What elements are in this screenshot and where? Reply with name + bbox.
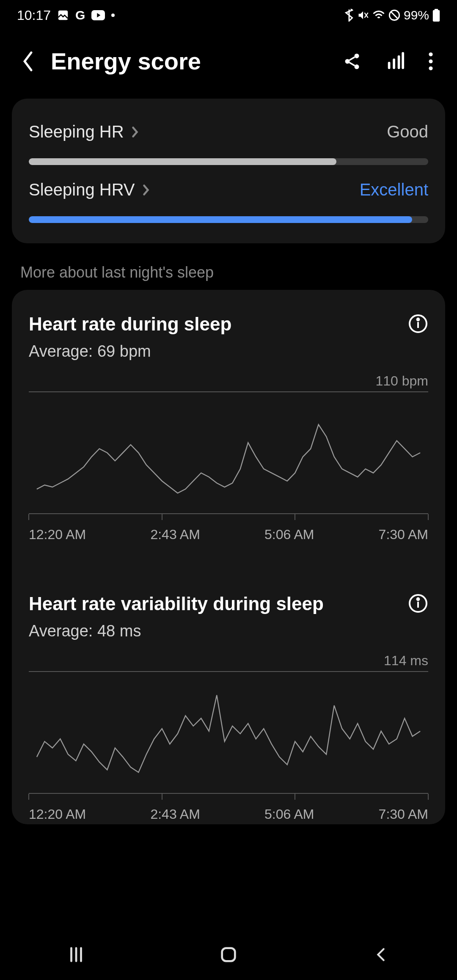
- svg-point-17: [429, 66, 432, 70]
- page-title: Energy score: [51, 47, 328, 75]
- metric-label: Sleeping HRV: [29, 180, 135, 199]
- hr-chart: [29, 391, 428, 514]
- hrv-chart-max: 114 ms: [29, 653, 428, 669]
- metric-row[interactable]: Sleeping HR Good: [12, 107, 445, 165]
- x-tick-label: 2:43 AM: [150, 807, 200, 824]
- progress-track: [29, 216, 428, 223]
- svg-point-10: [355, 64, 359, 69]
- back-button[interactable]: [20, 50, 36, 72]
- status-right: 99%: [344, 8, 440, 22]
- hrv-chart: [29, 671, 428, 794]
- nav-back-button[interactable]: [368, 945, 394, 964]
- x-tick-label: 5:06 AM: [264, 527, 314, 542]
- hr-x-tick-marks: [29, 514, 428, 523]
- hrv-chart-block: Heart rate variability during sleep Aver…: [29, 593, 428, 824]
- svg-rect-7: [435, 9, 438, 11]
- hr-chart-block: Heart rate during sleep Average: 69 bpm …: [29, 314, 428, 542]
- hr-chart-average: Average: 69 bpm: [29, 342, 231, 361]
- chevron-right-icon: [131, 126, 139, 138]
- x-tick-label: 12:20 AM: [29, 527, 86, 542]
- status-battery-pct: 99%: [404, 8, 429, 22]
- hrv-x-tick-marks: [29, 794, 428, 802]
- hr-chart-max: 110 bpm: [29, 373, 428, 389]
- status-time: 10:17: [17, 8, 51, 23]
- hr-chart-title: Heart rate during sleep: [29, 314, 231, 335]
- bluetooth-icon: [344, 9, 354, 22]
- youtube-icon: [91, 10, 105, 20]
- svg-point-23: [417, 598, 419, 600]
- hr-x-labels: 12:20 AM2:43 AM5:06 AM7:30 AM: [29, 527, 428, 542]
- svg-point-20: [417, 319, 419, 321]
- svg-point-9: [345, 59, 350, 63]
- mute-icon: [357, 9, 369, 21]
- x-tick-label: 7:30 AM: [379, 807, 428, 824]
- battery-icon: [432, 9, 440, 22]
- app-bar: Energy score: [0, 30, 457, 99]
- svg-line-5: [391, 12, 398, 19]
- hrv-chart-title: Heart rate variability during sleep: [29, 593, 324, 614]
- recents-button[interactable]: [63, 945, 89, 964]
- notification-dot-icon: [111, 14, 115, 17]
- metrics-card: Sleeping HR Good Sleeping HRV Excellent: [12, 99, 445, 243]
- progress-fill: [29, 158, 336, 165]
- section-subtitle: More about last night's sleep: [20, 264, 457, 281]
- x-tick-label: 5:06 AM: [264, 807, 314, 824]
- svg-point-16: [429, 59, 432, 63]
- home-button[interactable]: [216, 945, 241, 964]
- dnd-icon: [388, 9, 400, 21]
- svg-point-15: [429, 52, 432, 56]
- chevron-right-icon: [142, 184, 150, 196]
- sleep-card: Heart rate during sleep Average: 69 bpm …: [12, 290, 445, 824]
- hr-info-button[interactable]: [408, 314, 428, 334]
- system-nav-bar: [0, 929, 457, 980]
- svg-rect-27: [222, 948, 235, 961]
- x-tick-label: 7:30 AM: [379, 527, 428, 542]
- metric-status: Good: [387, 122, 428, 141]
- more-button[interactable]: [428, 52, 433, 71]
- chart-button[interactable]: [385, 52, 405, 71]
- hrv-chart-average: Average: 48 ms: [29, 622, 324, 640]
- status-bar: 10:17 G 99%: [0, 0, 457, 30]
- metric-row[interactable]: Sleeping HRV Excellent: [12, 165, 445, 223]
- google-icon: G: [75, 8, 85, 22]
- hrv-x-labels: 12:20 AM2:43 AM5:06 AM7:30 AM: [29, 807, 428, 824]
- metric-label: Sleeping HR: [29, 122, 124, 141]
- svg-rect-6: [433, 10, 440, 22]
- gallery-icon: [57, 9, 69, 22]
- progress-fill: [29, 216, 412, 223]
- wifi-icon: [372, 10, 385, 20]
- hrv-info-button[interactable]: [408, 593, 428, 614]
- x-tick-label: 12:20 AM: [29, 807, 86, 824]
- status-left: 10:17 G: [17, 8, 115, 23]
- svg-point-8: [355, 53, 359, 58]
- metric-status: Excellent: [360, 180, 428, 199]
- x-tick-label: 2:43 AM: [150, 527, 200, 542]
- progress-track: [29, 158, 428, 165]
- share-button[interactable]: [343, 52, 361, 71]
